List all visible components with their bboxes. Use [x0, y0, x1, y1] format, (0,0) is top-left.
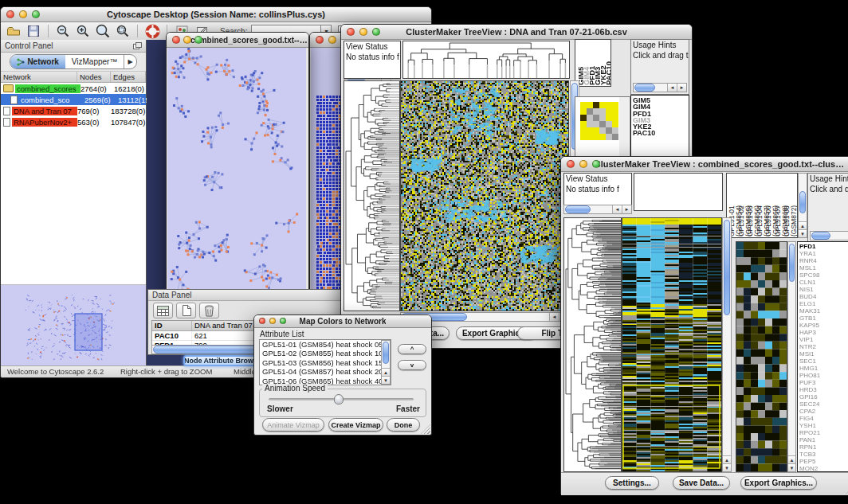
gene-list-item[interactable]: VIP1 [798, 336, 848, 343]
column-label[interactable]: PAC10 [605, 41, 610, 85]
scroll-up-button[interactable]: ▲ [723, 455, 731, 463]
main-titlebar[interactable]: Cytoscape Desktop (Session Name: collins… [1, 7, 431, 22]
scrollbar-thumb[interactable] [634, 84, 655, 92]
scroll-up-button[interactable]: ▲ [799, 221, 807, 229]
gene-list-item[interactable]: PAC10 [631, 130, 689, 136]
create-vizmap-button[interactable]: Create Vizmap [328, 418, 383, 432]
global-dendrogram[interactable] [564, 218, 621, 471]
gene-list-item[interactable]: PUF3 [798, 379, 848, 386]
animate-vizmap-button[interactable]: Animate Vizmap [262, 418, 324, 432]
new-attribute-button[interactable] [176, 303, 196, 318]
attribute-list-item[interactable]: GPL51-03 (GSM856) heat shock 15 min [260, 358, 391, 367]
gene-list-item[interactable]: PFD1 [798, 243, 848, 250]
scroll-down-button[interactable]: ▼ [788, 463, 795, 471]
close-button[interactable] [172, 36, 180, 44]
minimize-button[interactable] [19, 10, 27, 18]
gene-list-item[interactable]: HAP3 [798, 329, 848, 336]
gene-list-item[interactable]: RPN1 [798, 443, 848, 451]
dialog-titlebar[interactable]: Map Colors to Network [254, 315, 431, 328]
gene-list-item[interactable]: SPC98 [798, 272, 848, 279]
zoom-heatmap[interactable] [736, 242, 787, 471]
scroll-right-button[interactable]: ► [677, 84, 686, 92]
scroll-down-button[interactable]: ▼ [382, 376, 390, 384]
help-button[interactable] [144, 24, 160, 39]
gene-list-item[interactable]: MAK31 [798, 307, 848, 315]
scroll-up-button[interactable]: ▲ [382, 368, 390, 376]
network-overview-thumbnail[interactable] [1, 285, 146, 366]
scroll-left-button[interactable]: ◄ [667, 84, 677, 92]
column-label[interactable]: GPL51-08 (GSM872) [783, 174, 793, 236]
usage-hints-scrollbar[interactable] [810, 231, 848, 240]
gene-list[interactable]: PFD1YRA1RNR4MSL1SPC98CLN1NIS1BUD4ELG1MAK… [797, 241, 848, 472]
expression-heatmap[interactable] [401, 81, 568, 311]
gene-list-item[interactable]: GPI16 [798, 393, 848, 400]
gene-list-item[interactable]: RPO21 [798, 429, 848, 436]
scroll-left-button[interactable]: ◄ [549, 313, 559, 321]
select-attributes-button[interactable] [153, 303, 173, 318]
zoom-button[interactable] [372, 28, 380, 36]
minimize-button[interactable] [359, 28, 367, 36]
gene-list-item[interactable]: YRA1 [798, 250, 848, 257]
column-label[interactable]: GPL51-06 (GSM865) [765, 174, 775, 236]
zoom-selected-button[interactable] [115, 24, 131, 39]
zoom-button[interactable] [194, 36, 202, 44]
zoom-button[interactable] [280, 318, 286, 324]
network1-titlebar[interactable]: combined_scores_good.txt--cluste... [167, 33, 308, 48]
attribute-list-item[interactable]: GPL51-01 (GSM854) heat shock 05 min [260, 340, 391, 349]
zoom-out-button[interactable] [55, 24, 71, 39]
network-list-row[interactable]: combined_sco2569(6)13112(15) [1, 94, 146, 105]
move-down-button[interactable]: v [398, 360, 426, 370]
zoom-button[interactable] [32, 10, 40, 18]
gene-list-item[interactable]: GTB1 [798, 315, 848, 322]
column-header-id[interactable]: ID [152, 321, 192, 330]
correlation-matrix[interactable] [580, 102, 618, 140]
global-heatmap-vscrollbar[interactable]: ▲▼ [722, 217, 732, 472]
treeview2-titlebar[interactable]: ClusterMaker TreeView : combined_scores_… [561, 157, 848, 172]
attribute-list-item[interactable]: GPL51-02 (GSM855) heat shock 10 min [260, 349, 391, 357]
zoom-vscrollbar[interactable]: ▲▼ [787, 241, 796, 472]
gene-list-item[interactable]: SEC24 [798, 400, 848, 408]
more-tabs-arrow[interactable]: ▶ [124, 55, 135, 68]
gene-list-item[interactable]: PHO81 [798, 372, 848, 379]
zoom-fit-button[interactable] [95, 24, 111, 39]
gene-list-item[interactable]: RNR4 [798, 257, 848, 264]
close-button[interactable] [6, 10, 14, 18]
minimize-button[interactable] [328, 36, 336, 44]
scroll-right-button[interactable]: ► [622, 205, 631, 213]
close-button[interactable] [316, 36, 324, 44]
usage-hints-scrollbar[interactable]: ◄► [633, 83, 687, 92]
column-labels-scrollbar[interactable]: ▲▼ [798, 173, 807, 238]
network-list-row[interactable]: combined_scores2764(0)16218(0) [1, 83, 146, 94]
gene-list-item[interactable]: BUD4 [798, 293, 848, 300]
gene-list-item[interactable]: MSI1 [798, 350, 848, 357]
scroll-up-button[interactable]: ▲ [788, 455, 795, 463]
resize-grip[interactable] [421, 424, 430, 434]
gene-list-item[interactable]: YSH1 [798, 422, 848, 429]
scrollbar-thumb[interactable] [789, 244, 795, 282]
gene-list-item[interactable]: MSL1 [798, 264, 848, 272]
gene-list-item[interactable]: PAN1 [798, 436, 848, 443]
view-status-scrollbar[interactable]: ◄► [563, 205, 632, 214]
gene-list-item[interactable]: MON2 [798, 465, 848, 472]
gene-list-item[interactable]: CLN1 [798, 279, 848, 286]
gene-list-item[interactable]: KAP95 [798, 322, 848, 329]
gene-list-item[interactable]: NTR2 [798, 343, 848, 350]
attribute-list-item[interactable]: GPL51-04 (GSM857) heat shock 20 min [260, 367, 391, 376]
speed-slider-thumb[interactable] [334, 394, 344, 404]
scroll-down-button[interactable]: ▼ [723, 463, 731, 471]
attribute-list[interactable]: GPL51-01 (GSM854) heat shock 05 minGPL51… [259, 339, 391, 385]
float-panel-icon[interactable] [133, 42, 142, 50]
scroll-left-button[interactable]: ◄ [612, 205, 622, 213]
minimize-button[interactable] [579, 160, 587, 168]
close-button[interactable] [347, 28, 355, 36]
scroll-down-button[interactable]: ▼ [799, 229, 807, 237]
export-graphics-button[interactable]: Export Graphics... [740, 476, 817, 490]
scrollbar-thumb[interactable] [811, 232, 830, 240]
tab-vizmapper[interactable]: VizMapper™ [65, 55, 124, 68]
close-button[interactable] [259, 318, 265, 324]
gene-list-item[interactable]: HMG1 [798, 365, 848, 372]
scrollbar-thumb[interactable] [799, 191, 806, 213]
network-graph-view[interactable] [167, 48, 306, 300]
done-button[interactable]: Done [387, 418, 420, 432]
row-dendrogram[interactable] [344, 81, 399, 311]
